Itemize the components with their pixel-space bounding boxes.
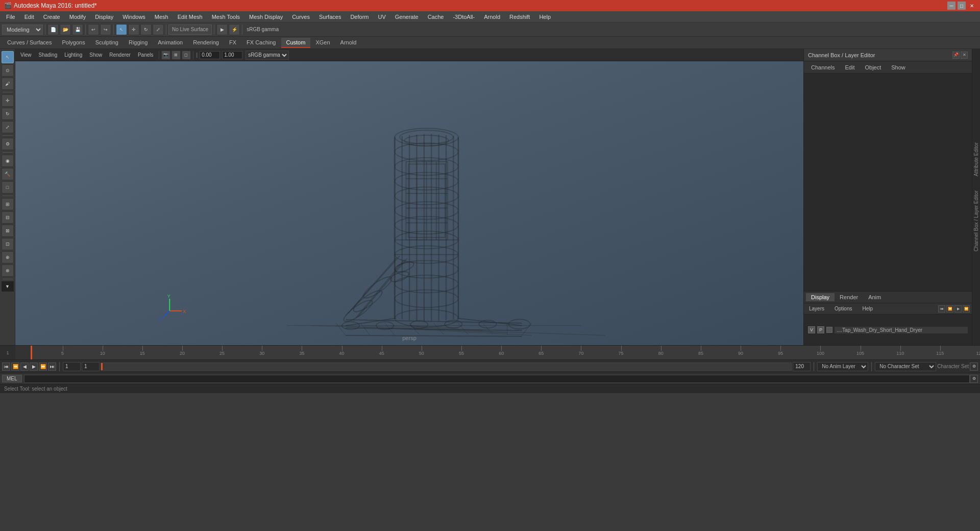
tab-help[interactable]: Help [859, 305, 876, 312]
undo-button[interactable]: ↩ [88, 24, 99, 35]
tab-show[interactable]: Show [886, 63, 911, 71]
menu-uv[interactable]: UV [374, 13, 389, 21]
minimize-button[interactable]: ─ [947, 2, 955, 10]
vp-show-menu[interactable]: Show [86, 52, 105, 58]
current-frame-input[interactable] [82, 362, 100, 371]
select-tool-left[interactable]: ↖ [2, 51, 14, 63]
step-forward-button[interactable]: ⏩ [39, 363, 47, 371]
show-manipulator-tool[interactable]: ⚙ [2, 138, 14, 150]
skip-to-start-button[interactable]: ⏮ [2, 363, 10, 371]
step-back-button[interactable]: ⏪ [11, 363, 19, 371]
vp-shading-menu[interactable]: Shading [36, 52, 61, 58]
vp-panels-menu[interactable]: Panels [135, 52, 157, 58]
rotate-tool-left[interactable]: ↻ [2, 108, 14, 120]
channel-box-pin[interactable]: 📌 [952, 52, 960, 59]
create-poly-tool[interactable]: □ [2, 181, 14, 194]
play-back-button[interactable]: ◀ [20, 363, 29, 371]
menu-edit-mesh[interactable]: Edit Mesh [174, 13, 207, 21]
tab-channels[interactable]: Channels [806, 63, 840, 71]
start-frame-input[interactable] [63, 362, 81, 371]
ipr-button[interactable]: ⚡ [229, 24, 240, 35]
tab-rendering[interactable]: Rendering [188, 38, 224, 48]
tab-custom[interactable]: Custom [281, 38, 311, 48]
tab-curves-surfaces[interactable]: Curves / Surfaces [2, 38, 57, 48]
soft-mod-tool[interactable]: ◉ [2, 155, 14, 167]
scale-tool-button[interactable]: ⤢ [153, 24, 164, 35]
play-forward-button[interactable]: ▶ [30, 363, 38, 371]
tab-display[interactable]: Display [806, 293, 835, 301]
open-file-button[interactable]: 📂 [60, 24, 71, 35]
end-frame-input[interactable] [793, 362, 811, 371]
timeline-ruler[interactable]: 5101520253035404550556065707580859095100… [31, 346, 980, 359]
menu-windows[interactable]: Windows [118, 13, 150, 21]
title-bar-controls[interactable]: ─ □ ✕ [947, 2, 976, 10]
vp-renderer-menu[interactable]: Renderer [106, 52, 134, 58]
gamma-scale-input[interactable] [222, 51, 242, 59]
viewport-3d[interactable]: .wire { stroke: #1a1a1a; stroke-width: 0… [15, 61, 803, 345]
tab-xgen[interactable]: XGen [310, 38, 335, 48]
menu-redshift[interactable]: Redshift [505, 13, 534, 21]
menu-display[interactable]: Display [91, 13, 117, 21]
layer-play[interactable]: ▶ [954, 305, 962, 312]
gamma-value-input[interactable] [200, 51, 220, 59]
menu-help[interactable]: Help [535, 13, 555, 21]
maximize-button[interactable]: □ [958, 2, 966, 10]
tab-object[interactable]: Object [860, 63, 886, 71]
vp-camera-btn[interactable]: 📷 [161, 51, 170, 60]
range-bar[interactable] [101, 363, 792, 371]
character-set-dropdown[interactable]: No Character Set [875, 362, 936, 371]
layer-forward[interactable]: ⏩ [963, 305, 970, 312]
snap-tool-2[interactable]: ⊟ [2, 211, 14, 224]
menu-arnold[interactable]: Arnold [480, 13, 504, 21]
tab-options[interactable]: Options [831, 305, 855, 312]
close-button[interactable]: ✕ [968, 2, 976, 10]
vp-view-menu[interactable]: View [17, 52, 35, 58]
tab-anim[interactable]: Anim [863, 293, 886, 301]
extra-tools-toggle[interactable]: ▼ [2, 281, 14, 292]
menu-modify[interactable]: Modify [65, 13, 90, 21]
mel-tab[interactable]: MEL [2, 375, 22, 382]
snap-tool-4[interactable]: ⊡ [2, 238, 14, 250]
tab-animation[interactable]: Animation [153, 38, 188, 48]
workspace-dropdown[interactable]: Modeling [2, 25, 43, 35]
menu-mesh-display[interactable]: Mesh Display [245, 13, 287, 21]
mel-input[interactable] [24, 375, 970, 383]
menu-mesh-tools[interactable]: Mesh Tools [208, 13, 244, 21]
tab-sculpting[interactable]: Sculpting [90, 38, 124, 48]
anim-layer-dropdown[interactable]: No Anim Layer [817, 362, 868, 371]
snap-tool-1[interactable]: ⊞ [2, 198, 14, 210]
vp-grid-btn[interactable]: ⊞ [172, 51, 181, 60]
render-button[interactable]: ▶ [216, 24, 228, 35]
snap-tool-5[interactable]: ⊕ [2, 251, 14, 263]
vp-wireframe-btn[interactable]: ◻ [182, 51, 191, 60]
layer-playback-checkbox[interactable]: P [817, 326, 824, 333]
sculpt-tool[interactable]: 🔨 [2, 168, 14, 180]
save-file-button[interactable]: 💾 [72, 24, 83, 35]
tab-render[interactable]: Render [835, 293, 863, 301]
redo-button[interactable]: ↪ [100, 24, 111, 35]
vp-lighting-menu[interactable]: Lighting [61, 52, 85, 58]
new-file-button[interactable]: 📄 [47, 24, 59, 35]
move-tool-button[interactable]: ✛ [128, 24, 139, 35]
mel-options-button[interactable]: ⚙ [970, 375, 978, 383]
move-tool-left[interactable]: ✛ [2, 94, 14, 107]
menu-cache[interactable]: Cache [424, 13, 448, 21]
paint-select-tool[interactable]: 🖌 [2, 78, 14, 90]
rotate-tool-button[interactable]: ↻ [140, 24, 152, 35]
menu-curves[interactable]: Curves [288, 13, 314, 21]
tab-layers[interactable]: Layers [806, 305, 827, 312]
select-tool-button[interactable]: ↖ [116, 24, 127, 35]
layer-visibility-checkbox[interactable]: V [808, 326, 815, 333]
menu-generate[interactable]: Generate [391, 13, 423, 21]
menu-create[interactable]: Create [39, 13, 64, 21]
tab-arnold[interactable]: Arnold [335, 38, 362, 48]
tab-rigging[interactable]: Rigging [124, 38, 153, 48]
snap-tool-6[interactable]: ⊗ [2, 264, 14, 277]
skip-to-end-button[interactable]: ⏭ [48, 363, 56, 371]
color-space-dropdown[interactable]: sRGB gamma [246, 51, 289, 60]
layer-rewind[interactable]: ⏮ [938, 305, 945, 312]
snap-tool-3[interactable]: ⊠ [2, 225, 14, 237]
channel-box-close[interactable]: ✕ [961, 52, 968, 59]
settings-button[interactable]: ⚙ [970, 363, 978, 371]
menu-mesh[interactable]: Mesh [151, 13, 173, 21]
